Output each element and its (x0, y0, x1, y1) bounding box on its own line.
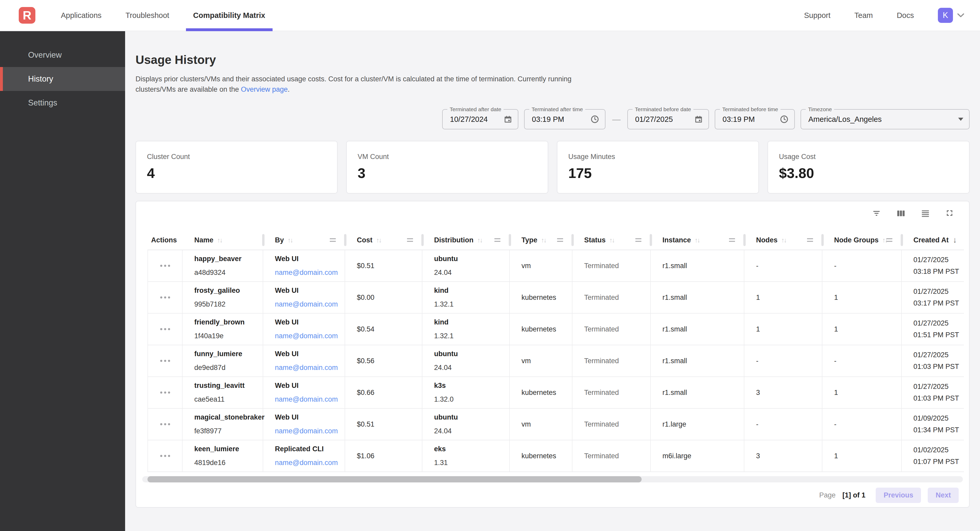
cell-node-groups: - (822, 345, 902, 376)
terminated-before-date-value[interactable]: 01/27/2025 (635, 115, 690, 124)
email-link[interactable]: name@domain.com (275, 364, 345, 372)
column-header-created-at[interactable]: Created At↓ (902, 230, 964, 250)
cell-name: frosty_galileo995b7182 (183, 282, 263, 313)
fullscreen-icon[interactable] (945, 209, 954, 218)
timezone-value[interactable]: America/Los_Angeles (808, 115, 953, 124)
page-description: Displays prior clusters/VMs and their as… (135, 74, 970, 95)
cell-type: kubernetes (510, 377, 573, 408)
row-actions-menu[interactable] (148, 282, 183, 313)
drag-handle-icon[interactable] (407, 238, 413, 242)
nav-link-docs[interactable]: Docs (897, 11, 914, 20)
drag-handle-icon[interactable] (557, 238, 563, 242)
row-actions-menu[interactable] (148, 440, 183, 471)
drag-handle-icon[interactable] (729, 238, 735, 242)
drag-handle-icon[interactable] (807, 238, 813, 242)
row-actions-menu[interactable] (148, 377, 183, 408)
clock-icon[interactable] (780, 115, 789, 124)
row-actions-menu[interactable] (148, 314, 183, 345)
terminated-before-time-value[interactable]: 03:19 PM (722, 115, 775, 124)
next-page-button[interactable]: Next (928, 488, 959, 503)
column-header-node-groups[interactable]: Node Groups↑↓ (822, 230, 902, 250)
column-header-nodes[interactable]: Nodes↑↓ (745, 230, 822, 250)
row-actions-menu[interactable] (148, 345, 183, 376)
page-word: Page (819, 491, 836, 499)
column-header-by[interactable]: By↑↓ (263, 230, 345, 250)
email-link[interactable]: name@domain.com (275, 300, 345, 308)
email-link[interactable]: name@domain.com (275, 269, 345, 277)
sort-icon[interactable]: ↑↓ (288, 236, 293, 244)
description-suffix: . (288, 86, 290, 93)
tab-compatibility-matrix[interactable]: Compatibility Matrix (181, 0, 277, 31)
cell-instance: r1.small (651, 250, 745, 281)
overview-page-link[interactable]: Overview page (241, 86, 288, 93)
terminated-before-date-field[interactable]: Terminated before date 01/27/2025 (627, 109, 709, 129)
sort-icon[interactable]: ↑↓ (217, 236, 222, 244)
sort-icon[interactable]: ↑↓ (541, 236, 546, 244)
stat-value: 4 (147, 165, 337, 181)
sidebar-item-overview[interactable]: Overview (0, 43, 125, 67)
terminated-before-time-field[interactable]: Terminated before time 03:19 PM (715, 109, 795, 129)
sort-desc-icon[interactable]: ↓ (953, 235, 957, 245)
sidebar-item-history[interactable]: History (0, 67, 125, 91)
columns-icon[interactable] (896, 209, 905, 218)
email-link[interactable]: name@domain.com (275, 395, 345, 403)
ellipsis-icon[interactable] (160, 423, 170, 425)
ellipsis-icon[interactable] (160, 392, 170, 393)
sort-icon[interactable]: ↑↓ (376, 236, 381, 244)
tab-troubleshoot[interactable]: Troubleshoot (113, 0, 181, 31)
calendar-icon[interactable] (504, 115, 512, 124)
terminated-after-date-value[interactable]: 10/27/2024 (450, 115, 499, 124)
account-menu[interactable]: K (938, 8, 964, 23)
column-header-instance[interactable]: Instance↑↓ (651, 230, 745, 250)
sort-icon[interactable]: ↑↓ (695, 236, 700, 244)
row-actions-menu[interactable] (148, 250, 183, 281)
cell-status: Terminated (573, 314, 651, 345)
density-icon[interactable] (921, 209, 930, 218)
calendar-icon[interactable] (694, 115, 703, 124)
sort-icon[interactable]: ↑↓ (781, 236, 786, 244)
nav-link-team[interactable]: Team (854, 11, 873, 20)
cell-nodes: 1 (745, 282, 822, 313)
drag-handle-icon[interactable] (635, 238, 641, 242)
ellipsis-icon[interactable] (160, 360, 170, 362)
email-link[interactable]: name@domain.com (275, 459, 345, 467)
drag-handle-icon[interactable] (330, 238, 336, 242)
ellipsis-icon[interactable] (160, 265, 170, 267)
email-link[interactable]: name@domain.com (275, 332, 345, 340)
sort-icon[interactable]: ↑↓ (477, 236, 482, 244)
terminated-after-date-field[interactable]: Terminated after date 10/27/2024 (442, 109, 519, 129)
cell-by: Web UIname@domain.com (263, 409, 345, 440)
email-link[interactable]: name@domain.com (275, 427, 345, 435)
cell-instance: r1.small (651, 282, 745, 313)
drag-handle-icon[interactable] (495, 238, 500, 242)
clock-icon[interactable] (590, 115, 599, 124)
filter-icon[interactable] (872, 209, 881, 218)
replicated-logo[interactable]: R (19, 7, 35, 24)
column-header-status[interactable]: Status↑↓ (573, 230, 651, 250)
sort-icon[interactable]: ↑↓ (609, 236, 614, 244)
ellipsis-icon[interactable] (160, 328, 170, 330)
timezone-select[interactable]: Timezone America/Los_Angeles (800, 109, 970, 129)
column-header-name[interactable]: Name↑↓ (183, 230, 263, 250)
column-header-distribution[interactable]: Distribution↑↓ (422, 230, 510, 250)
ellipsis-icon[interactable] (160, 296, 170, 298)
cell-node-groups: 1 (822, 282, 902, 313)
horizontal-scrollbar-track[interactable] (142, 476, 963, 482)
tab-applications[interactable]: Applications (49, 0, 113, 31)
column-header-type[interactable]: Type↑↓ (510, 230, 573, 250)
stat-cards: Cluster Count 4 VM Count 3 Usage Minutes… (135, 141, 970, 193)
terminated-after-time-value[interactable]: 03:19 PM (532, 115, 586, 124)
column-header-cost[interactable]: Cost↑↓ (345, 230, 422, 250)
cell-distribution: eks1.31 (422, 440, 510, 471)
nav-link-support[interactable]: Support (804, 11, 830, 20)
ellipsis-icon[interactable] (160, 455, 170, 457)
cell-type: vm (510, 250, 573, 281)
previous-page-button[interactable]: Previous (876, 488, 921, 503)
stat-card-cluster-count: Cluster Count 4 (135, 141, 337, 193)
horizontal-scrollbar-thumb[interactable] (148, 476, 642, 482)
drag-handle-icon[interactable] (886, 238, 892, 242)
sidebar-item-settings[interactable]: Settings (0, 91, 125, 115)
avatar[interactable]: K (938, 8, 953, 23)
row-actions-menu[interactable] (148, 409, 183, 440)
terminated-after-time-field[interactable]: Terminated after time 03:19 PM (524, 109, 606, 129)
